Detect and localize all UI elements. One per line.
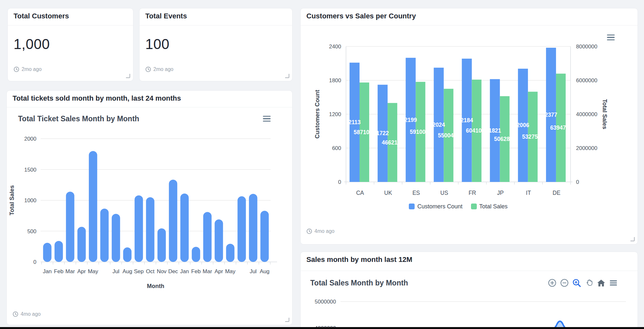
svg-text:50628: 50628 <box>494 136 510 142</box>
svg-text:Apr: Apr <box>215 268 223 274</box>
chart-legend: Customers CountTotal Sales <box>346 201 571 212</box>
svg-text:ES: ES <box>412 190 420 196</box>
svg-text:Aug: Aug <box>260 268 269 274</box>
svg-text:JP: JP <box>497 190 504 196</box>
card-title: Total Events <box>145 12 187 20</box>
svg-text:2400: 2400 <box>329 44 341 50</box>
svg-text:55004: 55004 <box>438 132 454 139</box>
svg-text:58710: 58710 <box>354 129 370 135</box>
svg-text:2113: 2113 <box>349 119 361 125</box>
resize-handle[interactable] <box>630 237 635 241</box>
svg-text:2377: 2377 <box>545 112 557 118</box>
svg-text:Total Sales: Total Sales <box>601 99 608 129</box>
svg-text:DE: DE <box>553 190 560 196</box>
legend-label: Customers Count <box>417 203 462 210</box>
updated-text: 4mo ago <box>21 311 41 317</box>
svg-text:CA: CA <box>356 190 364 196</box>
window-bottom-edge <box>0 327 644 329</box>
card-title: Total Customers <box>14 12 69 20</box>
updated-text: 2mo ago <box>153 66 173 72</box>
svg-text:Nov: Nov <box>157 268 167 274</box>
legend-item[interactable]: Customers Count <box>409 203 462 210</box>
legend-item[interactable]: Total Sales <box>471 203 508 210</box>
svg-text:Customers Count: Customers Count <box>314 90 321 138</box>
clock-icon <box>145 66 151 72</box>
svg-text:8000000: 8000000 <box>576 44 597 50</box>
svg-text:May: May <box>225 268 236 274</box>
svg-text:Jan: Jan <box>180 268 189 274</box>
svg-text:Feb: Feb <box>191 268 201 274</box>
svg-text:Jan: Jan <box>43 268 52 274</box>
svg-text:1800: 1800 <box>329 77 341 84</box>
svg-text:Aug: Aug <box>122 268 132 274</box>
clock-icon <box>306 228 312 234</box>
updated-text: 2mo ago <box>22 66 42 72</box>
svg-text:1821: 1821 <box>489 127 501 134</box>
updated-badge: 2mo ago <box>145 66 173 72</box>
svg-text:2000: 2000 <box>24 136 36 142</box>
svg-text:Mar: Mar <box>65 268 75 274</box>
updated-badge: 2mo ago <box>14 66 42 72</box>
svg-text:1722: 1722 <box>376 130 389 136</box>
svg-text:Month: Month <box>147 283 164 289</box>
svg-text:0: 0 <box>338 179 341 185</box>
svg-text:Sep: Sep <box>134 268 144 274</box>
svg-text:0: 0 <box>34 259 36 265</box>
dashboard: Total Customers 1,000 2mo ago Total Even… <box>0 0 644 329</box>
svg-text:2024: 2024 <box>432 122 445 128</box>
tickets-bar-chart[interactable]: 0500100015002000JanFebMarAprMayJulAugSep… <box>7 91 293 325</box>
svg-text:Feb: Feb <box>54 268 63 274</box>
svg-text:60410: 60410 <box>466 127 482 134</box>
svg-text:2006: 2006 <box>517 122 529 128</box>
card-customers-vs-sales: Customers vs Sales per Country 060012001… <box>300 8 638 244</box>
svg-text:Total Sales: Total Sales <box>9 185 15 215</box>
svg-text:6000000: 6000000 <box>576 77 597 84</box>
clock-icon <box>14 66 19 72</box>
svg-text:1000: 1000 <box>24 197 36 204</box>
kpi-value: 1,000 <box>14 36 50 52</box>
card-total-customers: Total Customers 1,000 2mo ago <box>7 8 133 81</box>
svg-text:Mar: Mar <box>203 268 212 274</box>
legend-label: Total Sales <box>479 203 508 210</box>
updated-text: 4mo ago <box>314 228 334 234</box>
resize-handle[interactable] <box>126 74 130 78</box>
card-total-events: Total Events 100 2mo ago <box>139 8 293 81</box>
clock-icon <box>13 311 18 317</box>
legend-swatch <box>471 204 477 209</box>
svg-text:Dec: Dec <box>168 268 178 274</box>
svg-text:Apr: Apr <box>77 268 86 274</box>
svg-text:4000000: 4000000 <box>576 111 597 117</box>
updated-badge: 4mo ago <box>306 228 334 234</box>
svg-text:1500: 1500 <box>24 167 36 173</box>
svg-text:53275: 53275 <box>522 134 538 140</box>
divider <box>8 25 133 25</box>
svg-text:FR: FR <box>468 190 476 196</box>
svg-text:63947: 63947 <box>550 125 566 131</box>
svg-text:May: May <box>88 268 99 274</box>
svg-text:Jul: Jul <box>112 268 120 274</box>
kpi-value: 100 <box>145 36 169 52</box>
svg-text:500: 500 <box>27 228 36 234</box>
sales-area-chart[interactable]: 50000004000000 <box>301 252 638 329</box>
resize-handle[interactable] <box>285 318 289 322</box>
svg-text:0: 0 <box>576 179 579 185</box>
resize-handle[interactable] <box>285 74 289 78</box>
svg-text:2199: 2199 <box>404 117 417 123</box>
svg-text:5000000: 5000000 <box>315 299 336 305</box>
svg-text:UK: UK <box>384 190 392 196</box>
svg-text:600: 600 <box>332 145 341 151</box>
svg-text:46621: 46621 <box>382 139 398 146</box>
svg-text:2000000: 2000000 <box>576 145 597 151</box>
card-tickets-by-month: Total tickets sold month by month, last … <box>6 90 293 325</box>
legend-swatch <box>409 204 415 209</box>
svg-text:US: US <box>440 190 448 196</box>
updated-badge: 4mo ago <box>13 311 41 317</box>
svg-text:Jul: Jul <box>250 268 257 274</box>
divider <box>139 25 292 25</box>
svg-text:2184: 2184 <box>461 117 473 124</box>
svg-text:Oct: Oct <box>146 268 155 274</box>
card-sales-last-12m: Sales month by month last 12M Total Sale… <box>300 252 638 329</box>
svg-text:1200: 1200 <box>329 111 341 117</box>
svg-text:IT: IT <box>526 190 531 196</box>
svg-text:59100: 59100 <box>410 129 426 135</box>
